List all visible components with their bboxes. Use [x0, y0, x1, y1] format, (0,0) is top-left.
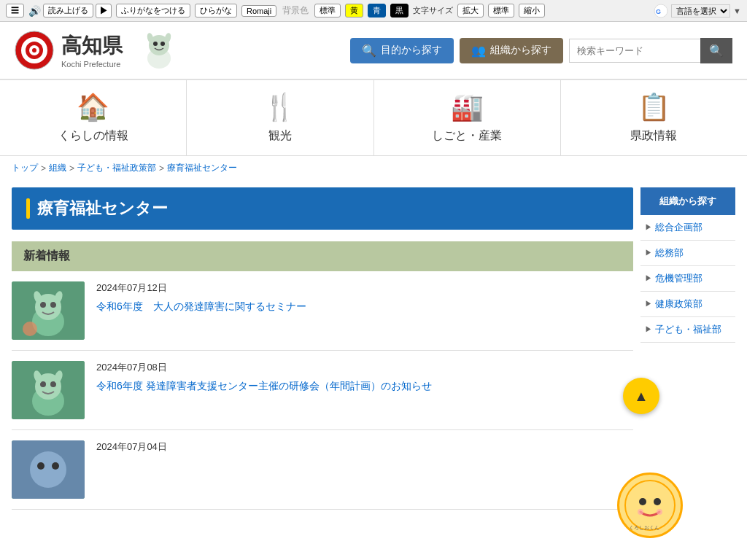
- breadcrumb-top[interactable]: トップ: [12, 162, 38, 174]
- google-translate-area: G 言語を選択 English 中文 한국어 ▼: [654, 4, 741, 18]
- news-list: 2024年07月12日 令和6年度 大人の発達障害に関するセミナー: [12, 271, 633, 510]
- sidebar-title: 組織から探す: [640, 187, 735, 215]
- news-item: 2024年07月04日: [12, 430, 633, 510]
- purpose-search-button[interactable]: 🔍 目的から探す: [350, 38, 454, 63]
- sidebar-item-sougo[interactable]: ▶ 総合企画部: [640, 215, 735, 241]
- font-size-label: 文字サイズ: [413, 5, 453, 16]
- news-content: 2024年07月12日 令和6年度 大人の発達障害に関するセミナー: [96, 281, 633, 314]
- arrow-icon: ▶: [645, 248, 652, 258]
- svg-point-33: [639, 498, 646, 505]
- speaker-control: 🔊 読み上げる ▶: [28, 4, 112, 18]
- bg-blue-button[interactable]: 青: [368, 4, 386, 18]
- bg-std-button[interactable]: 標準: [314, 4, 341, 18]
- language-select[interactable]: 言語を選択 English 中文 한국어: [671, 4, 730, 18]
- search-box: 🔍: [569, 38, 732, 63]
- news-item: 2024年07月08日 令和6年度 発達障害者支援センター主催の研修会（年間計画…: [12, 351, 633, 430]
- news-item: 2024年07月12日 令和6年度 大人の発達障害に関するセミナー: [12, 271, 633, 351]
- news-thumbnail: [12, 361, 85, 419]
- mascot-face: くろしおくん: [621, 476, 679, 510]
- header-search-area: 🔍 目的から探す 👥 組織から探す 🔍: [350, 38, 732, 63]
- dropdown-arrow-icon: ▼: [733, 7, 741, 15]
- arrow-icon: ▶: [645, 299, 652, 309]
- sidebar: 組織から探す ▶ 総合企画部 ▶ 総務部 ▶ 危機管理部 ▶ 健康政策部 ▶ 子…: [640, 187, 735, 510]
- breadcrumb-sep-1: >: [41, 163, 46, 174]
- svg-point-29: [30, 451, 66, 488]
- arrow-icon: ▶: [645, 324, 652, 335]
- shigoto-label: しごと・産業: [432, 128, 502, 144]
- document-icon: 📋: [638, 92, 670, 122]
- sidebar-item-somu[interactable]: ▶ 総務部: [640, 241, 735, 266]
- kanko-label: 観光: [268, 128, 292, 144]
- breadcrumb: トップ > 組織 > 子ども・福祉政策部 > 療育福祉センター: [0, 156, 747, 180]
- romaji-button[interactable]: Romaji: [241, 5, 276, 17]
- bg-black-button[interactable]: 黒: [390, 4, 409, 18]
- play-button[interactable]: ▶: [96, 4, 112, 18]
- bg-label: 背景色: [282, 4, 309, 17]
- sidebar-label: 危機管理部: [655, 272, 703, 285]
- arrow-icon: ▶: [645, 273, 652, 284]
- news-date: 2024年07月12日: [96, 281, 633, 295]
- fork-icon: 🍴: [263, 92, 296, 122]
- search-input[interactable]: [569, 39, 700, 63]
- svg-point-34: [654, 498, 661, 505]
- news-link[interactable]: 令和6年度 大人の発達障害に関するセミナー: [96, 300, 306, 312]
- house-icon: 🏠: [77, 92, 109, 122]
- site-header: 高知県 Kochi Prefecture 🔍 目的から探す 👥 組織から探す: [0, 22, 747, 80]
- logo-area: 高知県 Kochi Prefecture: [15, 29, 181, 71]
- main-layout: 療育福祉センター 新着情報: [0, 187, 747, 510]
- search-submit-button[interactable]: 🔍: [700, 38, 732, 63]
- sidebar-item-kiki[interactable]: ▶ 危機管理部: [640, 266, 735, 292]
- news-link[interactable]: 令和6年度 発達障害者支援センター主催の研修会（年間計画）のお知らせ: [96, 380, 432, 392]
- mascot-character: [137, 29, 181, 71]
- emblem-svg: [15, 31, 54, 70]
- accessibility-toolbar: ☰ 🔊 読み上げる ▶ ふりがなをつける ひらがな Romaji 背景色 標準 …: [0, 0, 747, 22]
- sidebar-label: 総務部: [655, 246, 684, 260]
- font-enlarge-button[interactable]: 拡大: [457, 4, 484, 18]
- hiragana-button[interactable]: ひらがな: [195, 4, 237, 18]
- furigana-button[interactable]: ふりがなをつける: [116, 4, 190, 18]
- thumbnail-svg: [12, 281, 85, 340]
- news-date: 2024年07月08日: [96, 361, 633, 374]
- scroll-top-button[interactable]: ▲: [623, 378, 659, 414]
- kochi-emblem: [15, 31, 54, 70]
- nav-shigoto[interactable]: 🏭 しごと・産業: [374, 80, 561, 155]
- svg-point-30: [37, 462, 44, 470]
- kurashi-label: くらしの情報: [58, 128, 128, 144]
- breadcrumb-current[interactable]: 療育福祉センター: [167, 162, 237, 174]
- breadcrumb-org[interactable]: 組織: [49, 162, 66, 174]
- nav-kanko[interactable]: 🍴 観光: [187, 80, 374, 155]
- content-area: 療育福祉センター 新着情報: [12, 187, 633, 510]
- nav-kurashi[interactable]: 🏠 くらしの情報: [0, 80, 187, 155]
- sidebar-label: 総合企画部: [655, 221, 703, 234]
- svg-point-32: [625, 481, 675, 510]
- breadcrumb-sep-2: >: [69, 163, 74, 174]
- news-content: 2024年07月08日 令和6年度 発達障害者支援センター主催の研修会（年間計画…: [96, 361, 633, 394]
- org-search-button[interactable]: 👥 組織から探す: [460, 38, 563, 63]
- breadcrumb-sep-3: >: [159, 163, 164, 174]
- speaker-icon: 🔊: [28, 5, 41, 17]
- font-small-button[interactable]: 縮小: [519, 4, 545, 18]
- news-date: 2024年07月04日: [96, 440, 633, 454]
- google-icon: G: [654, 4, 668, 18]
- news-content: 2024年07月04日: [96, 440, 633, 458]
- search-icon: 🔍: [709, 44, 724, 57]
- sidebar-item-kodomo[interactable]: ▶ 子ども・福祉部: [640, 317, 735, 343]
- mascot-svg: くろしおくん: [624, 480, 676, 510]
- nav-kensei[interactable]: 📋 県政情報: [561, 80, 747, 155]
- read-aloud-button[interactable]: 読み上げる: [43, 4, 93, 18]
- breadcrumb-dept[interactable]: 子ども・福祉政策部: [77, 162, 156, 174]
- font-std-button[interactable]: 標準: [488, 4, 514, 18]
- bg-yellow-button[interactable]: 黄: [345, 4, 363, 18]
- menu-button[interactable]: ☰: [6, 4, 24, 18]
- news-thumbnail: [12, 281, 85, 340]
- news-section-header: 新着情報: [12, 241, 633, 271]
- svg-point-10: [160, 42, 165, 46]
- site-name: 高知県: [61, 32, 123, 60]
- people-icon: 👥: [471, 44, 486, 58]
- magnifier-icon: 🔍: [362, 44, 376, 58]
- news-label: 新着情報: [23, 249, 70, 262]
- sidebar-item-kenko[interactable]: ▶ 健康政策部: [640, 292, 735, 317]
- org-label: 組織から探す: [490, 44, 551, 57]
- svg-point-9: [153, 42, 158, 46]
- chevron-up-icon: ▲: [634, 388, 649, 405]
